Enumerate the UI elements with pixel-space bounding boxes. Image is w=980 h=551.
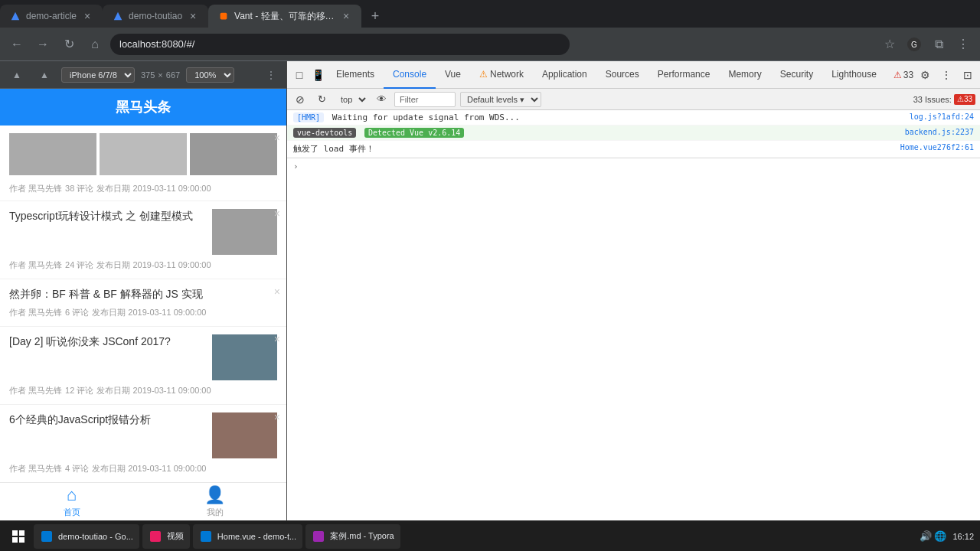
tab-console[interactable]: Console [384, 61, 436, 89]
tab-close-1[interactable]: × [81, 10, 93, 22]
devtools-settings-icon[interactable]: ⚙ [916, 66, 934, 84]
reload-button[interactable]: ↻ [58, 34, 80, 55]
article-close-btn[interactable]: × [274, 132, 280, 144]
devtools-panel: □ 📱 Elements Console Vue ⚠ Network Appli… [287, 61, 980, 520]
menu-icon[interactable]: ⋮ [952, 34, 974, 55]
article-close-btn[interactable]: × [274, 207, 280, 220]
article-close-btn[interactable]: × [274, 285, 280, 298]
back-button[interactable]: ← [6, 34, 28, 55]
home-button[interactable]: ⌂ [84, 34, 106, 55]
warning-icon-small: ⚠ [957, 95, 964, 103]
tab-close-2[interactable]: × [187, 10, 199, 22]
console-level-select[interactable]: Default levels ▾ [460, 92, 541, 107]
taskbar-right: 🔊 🌐 16:12 [920, 530, 974, 542]
tab-demo-article[interactable]: demo-article × [0, 5, 103, 28]
zoom-selector[interactable]: 100% [186, 67, 234, 83]
nav-item-mine[interactable]: 👤 我的 [143, 483, 286, 520]
console-line: [HMR] Waiting for update signal from WDS… [287, 110, 980, 126]
devtools-toggle-icon[interactable]: □ [290, 66, 309, 84]
devtools-more-icon[interactable]: ⋮ [937, 66, 956, 84]
taskbar-app-label-4: 案例.md - Typora [330, 530, 394, 542]
console-toolbar: ⊘ ↻ top 👁 Filter Default levels ▾ 33 Iss… [287, 89, 980, 110]
console-source-1[interactable]: log.js?1afd:24 [910, 112, 974, 121]
tab-close-3[interactable]: × [340, 10, 352, 22]
taskbar-app-label-2: 视频 [167, 530, 184, 542]
tab-performance[interactable]: Performance [648, 61, 720, 89]
article-close-btn[interactable]: × [274, 411, 280, 423]
taskbar-app-2[interactable]: 视频 [142, 524, 190, 549]
tab-vue[interactable]: Vue [436, 61, 470, 89]
console-line: vue-devtools Detected Vue v2.6.14 backen… [287, 126, 980, 141]
article-list[interactable]: 作者 黑马先锋 38 评论 发布日期 2019-03-11 09:00:00 ×… [0, 126, 286, 482]
app-header: 黑马头条 [0, 89, 286, 126]
forward-button[interactable]: → [32, 34, 54, 55]
taskbar-app-1[interactable]: demo-toutiao - Go... [34, 524, 139, 549]
devtools-undock-icon[interactable]: ⊡ [959, 66, 977, 84]
taskbar-app-3[interactable]: Home.vue - demo-t... [193, 524, 302, 549]
list-item: Typescript玩转设计模式 之 创建型模式 作者 黑马先锋 24 评论 发… [0, 201, 286, 279]
console-source-2[interactable]: backend.js:2237 [905, 128, 974, 136]
console-output[interactable]: [HMR] Waiting for update signal from WDS… [287, 110, 980, 520]
article-comments: 38 评论 [65, 183, 93, 194]
svg-rect-9 [41, 531, 52, 542]
svg-rect-8 [19, 537, 24, 543]
hmr-tag: [HMR] [293, 112, 324, 122]
device-more-icon[interactable]: ⋮ [262, 66, 280, 84]
devtools-tab-bar: □ 📱 Elements Console Vue ⚠ Network Appli… [287, 61, 980, 89]
console-context-select[interactable]: top [335, 93, 368, 106]
device-back-button[interactable]: ▲ [6, 64, 28, 86]
tab-title-1: demo-article [26, 11, 77, 21]
new-tab-button[interactable]: + [364, 5, 386, 27]
list-item: 6个经典的JavaScript报错分析 作者 黑马先锋 4 评论 发布日期 20… [0, 405, 286, 482]
article-author: 作者 黑马先锋 [9, 307, 62, 318]
article-author: 作者 黑马先锋 [9, 259, 62, 271]
tab-demo-toutiao[interactable]: demo-toutiao × [103, 5, 208, 28]
svg-rect-10 [150, 531, 161, 542]
console-source-3[interactable]: Home.vue276f2:61 [900, 143, 974, 152]
tab-application[interactable]: Application [533, 61, 596, 89]
article-meta: 作者 黑马先锋 4 评论 发布日期 2019-03-11 09:00:00 [9, 463, 277, 474]
console-filter-input[interactable]: Filter [394, 92, 456, 107]
tab-lighthouse[interactable]: Lighthouse [822, 61, 886, 89]
devtools-issues-icon[interactable]: ⚠ 33 [894, 66, 913, 84]
console-line: 触发了 load 事件！ Home.vue276f2:61 [287, 141, 980, 158]
device-forward-button[interactable]: ▲ [34, 64, 55, 86]
clock-time: 16:12 [952, 532, 974, 541]
bookmark-icon[interactable]: ☆ [879, 34, 900, 55]
svg-rect-12 [313, 531, 324, 542]
device-width: 375 [141, 70, 155, 80]
article-date: 发布日期 2019-03-11 09:00:00 [96, 259, 211, 271]
tab-network[interactable]: ⚠ Network [470, 61, 533, 89]
start-button[interactable] [6, 524, 31, 549]
console-message-vue: vue-devtools Detected Vue v2.6.14 [293, 128, 905, 138]
article-date: 发布日期 2019-03-11 09:00:00 [92, 307, 206, 318]
device-selector[interactable]: iPhone 6/7/8 [61, 67, 135, 83]
article-date: 发布日期 2019-03-11 09:00:00 [96, 183, 211, 194]
console-clear-button[interactable]: ⊘ [292, 91, 309, 108]
article-thumbnail [212, 209, 277, 255]
dimension-separator: × [158, 70, 162, 80]
taskbar-app-4[interactable]: 案例.md - Typora [305, 524, 400, 549]
console-eye-icon[interactable]: 👁 [373, 91, 390, 108]
tab-vant[interactable]: Vant - 轻量、可靠的移动端组件库 × [208, 5, 361, 28]
console-message-hmr: [HMR] Waiting for update signal from WDS… [293, 112, 910, 122]
tab-memory[interactable]: Memory [719, 61, 770, 89]
devtools-mobile-icon[interactable]: 📱 [309, 66, 327, 84]
extensions-icon[interactable]: ⧉ [928, 34, 949, 55]
tab-security[interactable]: Security [771, 61, 822, 89]
profile-icon[interactable]: G [903, 34, 925, 55]
nav-item-home[interactable]: ⌂ 首页 [0, 483, 143, 520]
article-close-btn[interactable]: × [274, 333, 280, 345]
address-input[interactable]: localhost:8080/#/ [110, 34, 570, 55]
home-nav-icon: ⌂ [67, 485, 77, 505]
article-comments: 6 评论 [65, 307, 89, 318]
devtools-right-icons: ⚠ 33 ⚙ ⋮ ⊡ [894, 66, 977, 84]
console-input-line[interactable]: › [287, 158, 980, 174]
tab-elements[interactable]: Elements [327, 61, 384, 89]
list-item: 作者 黑马先锋 38 评论 发布日期 2019-03-11 09:00:00 × [0, 126, 286, 201]
tab-sources[interactable]: Sources [596, 61, 648, 89]
console-refresh-button[interactable]: ↻ [313, 91, 330, 108]
article-title: [Day 2] 听说你没来 JSConf 2017? [9, 334, 204, 350]
browser-frame: demo-article × demo-toutiao × Vant - 轻量、… [0, 0, 980, 551]
address-text: localhost:8080/#/ [119, 38, 194, 50]
